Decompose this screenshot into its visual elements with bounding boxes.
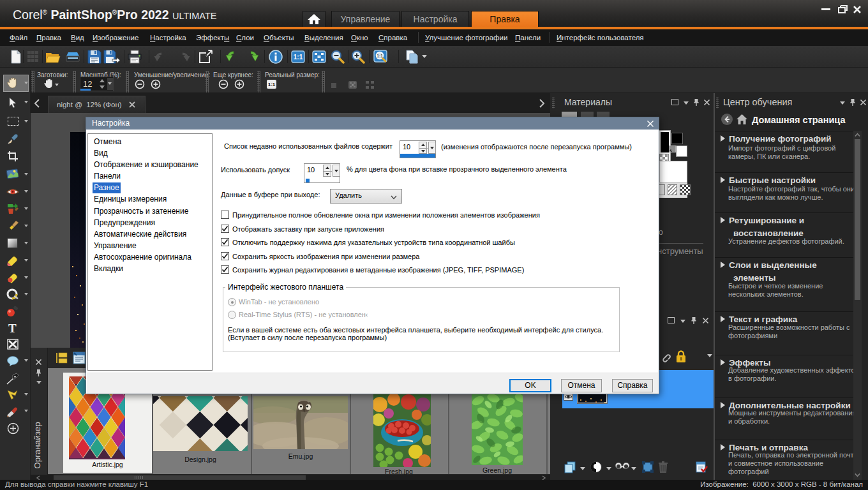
svg-text:1:1: 1:1	[294, 54, 303, 61]
svg-text:1:1: 1:1	[377, 54, 383, 58]
svg-text:1:1: 1:1	[268, 82, 276, 87]
